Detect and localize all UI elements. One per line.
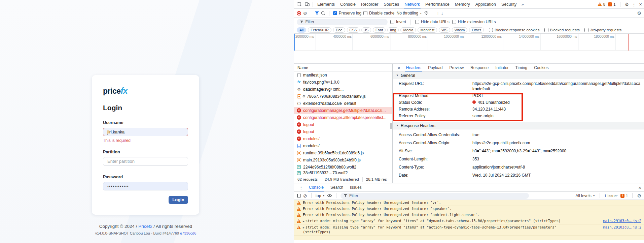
inspect-element-icon[interactable]: [296, 2, 303, 7]
close-drawer-icon[interactable]: ×: [638, 185, 641, 190]
tab-preview[interactable]: Preview: [446, 64, 467, 71]
chip-css[interactable]: CSS: [347, 27, 360, 33]
issues-count-icon[interactable]: [620, 194, 624, 198]
issues-label[interactable]: 1 Issue:: [604, 194, 618, 198]
request-row[interactable]: fx favicon.png?v=1.0.0: [294, 79, 392, 86]
chip-doc[interactable]: Doc: [333, 27, 345, 33]
tab-response[interactable]: Response: [467, 64, 492, 71]
clear-network-log-icon[interactable]: ⊘: [303, 10, 307, 16]
console-warning-row[interactable]: ▶strict mode: missing type "array" for k…: [294, 224, 644, 235]
request-row[interactable]: {;} extended?dataLocale=default: [294, 100, 392, 107]
request-row[interactable]: modules/: [294, 142, 392, 149]
blocked-response-cookies-checkbox[interactable]: Blocked response cookies: [489, 28, 540, 32]
more-tabs-chevron-icon[interactable]: »: [519, 2, 526, 7]
console-warning-row[interactable]: Error with Permissions-Policy header: Un…: [294, 200, 644, 206]
invert-checkbox[interactable]: Invert: [390, 20, 406, 24]
console-warning-row[interactable]: Error with Permissions-Policy header: Un…: [294, 206, 644, 212]
source-location-link[interactable]: main.29103c0….js:2: [603, 225, 641, 230]
search-icon[interactable]: [321, 11, 325, 16]
tab-initiator[interactable]: Initiator: [492, 64, 511, 71]
tab-console[interactable]: Console: [337, 0, 358, 8]
close-devtools-icon[interactable]: ×: [639, 1, 642, 7]
request-row[interactable]: manifest.json: [294, 71, 392, 79]
chip-media[interactable]: Media: [400, 27, 416, 33]
log-levels-dropdown[interactable]: All levels ▼: [575, 193, 595, 198]
chip-all[interactable]: All: [297, 27, 306, 33]
network-conditions-icon[interactable]: [424, 11, 429, 15]
build-hash-link[interactable]: e7336cd6: [180, 231, 196, 235]
console-warning-row[interactable]: ▶strict mode: missing type "array" for k…: [294, 218, 644, 224]
warning-count-icon[interactable]: [598, 2, 602, 6]
tab-sources[interactable]: Sources: [381, 0, 402, 8]
import-har-icon[interactable]: ↑: [437, 11, 439, 16]
chip-fetch-xhr[interactable]: Fetch/XHR: [308, 27, 331, 33]
chip-js[interactable]: JS: [361, 27, 371, 33]
network-filter-input[interactable]: [305, 20, 384, 24]
pricefx-link[interactable]: Pricefx: [138, 224, 152, 229]
request-row[interactable]: main.29103c05a983eb24b9f0.js: [294, 156, 392, 163]
source-location-link[interactable]: main.29103c0….js:2: [603, 219, 641, 223]
tab-payload[interactable]: Payload: [425, 64, 445, 71]
tab-timing[interactable]: Timing: [512, 64, 531, 71]
chip-ws[interactable]: WS: [439, 27, 450, 33]
expand-triangle-icon[interactable]: ▶: [303, 226, 305, 229]
chip-manifest[interactable]: Manifest: [418, 27, 437, 33]
drawer-tab-console[interactable]: Console: [306, 183, 327, 191]
chip-wasm[interactable]: Wasm: [452, 27, 468, 33]
issues-count-icon[interactable]: [608, 2, 612, 6]
clear-console-icon[interactable]: ⊘: [303, 193, 307, 199]
filter-toggle-icon[interactable]: [315, 11, 319, 15]
request-row[interactable]: runtime.39b6fac5fcd1dc0389d6.js: [294, 149, 392, 156]
eye-live-expression-icon[interactable]: [327, 194, 332, 198]
tab-recorder[interactable]: Recorder: [358, 0, 381, 8]
request-row[interactable]: × modules/: [294, 135, 392, 142]
login-button[interactable]: Login: [169, 196, 188, 204]
response-headers-section-header[interactable]: ▼ Response Headers: [393, 122, 644, 129]
console-sidebar-icon[interactable]: [297, 194, 301, 198]
request-row[interactable]: × logout: [294, 121, 392, 128]
request-list-name-header[interactable]: Name: [294, 64, 392, 71]
tab-performance[interactable]: Performance: [423, 0, 452, 8]
preserve-log-checkbox[interactable]: Preserve log: [333, 11, 361, 16]
tab-security[interactable]: Security: [499, 0, 519, 8]
expand-triangle-icon[interactable]: ▶: [303, 220, 305, 223]
tab-headers[interactable]: Headers: [403, 64, 424, 71]
drawer-tab-search[interactable]: Search: [327, 183, 347, 191]
hide-data-urls-checkbox[interactable]: Hide data URLs: [415, 20, 450, 24]
tab-memory[interactable]: Memory: [452, 0, 473, 8]
throttling-dropdown[interactable]: No throttling ▼: [396, 11, 422, 16]
password-field[interactable]: [103, 182, 188, 190]
tab-elements[interactable]: Elements: [315, 0, 337, 8]
export-har-icon[interactable]: ↓: [441, 11, 443, 16]
tab-cookies[interactable]: Cookies: [531, 64, 551, 71]
chip-other[interactable]: Other: [469, 27, 484, 33]
chip-font[interactable]: Font: [373, 27, 386, 33]
chip-img[interactable]: Img: [387, 27, 399, 33]
disable-cache-checkbox[interactable]: Disable cache: [363, 11, 394, 16]
partition-field[interactable]: [103, 157, 188, 165]
request-row[interactable]: × logout: [294, 128, 392, 135]
drawer-tab-issues[interactable]: Issues: [347, 183, 365, 191]
request-row[interactable]: ⚙ data:image/svg+xml;...: [294, 86, 392, 93]
console-filter-input[interactable]: [349, 193, 526, 198]
tab-network[interactable]: Network: [402, 0, 423, 8]
blocked-requests-checkbox[interactable]: Blocked requests: [544, 28, 580, 32]
request-row[interactable]: T 38c5f1193932…70.woff2: [294, 171, 392, 175]
record-network-log-icon[interactable]: [297, 11, 301, 16]
network-overview-timeline[interactable]: 2000000 ms 4000000 ms 6000000 ms 8000000…: [294, 34, 644, 64]
request-row[interactable]: × configurationmanager.alltemplatesprese…: [294, 114, 392, 121]
request-row[interactable]: ⚙ 78667.7906a08d34b6cfa4aaf9.js: [294, 93, 392, 100]
network-settings-gear-icon[interactable]: ⚙: [637, 10, 641, 16]
tab-application[interactable]: Application: [473, 0, 499, 8]
execution-context-dropdown[interactable]: top ▼: [316, 193, 325, 198]
third-party-requests-checkbox[interactable]: 3rd-party requests: [584, 28, 621, 32]
drawer-kebab-menu-icon[interactable]: ⋮: [297, 185, 306, 190]
settings-gear-icon[interactable]: ⚙: [625, 2, 629, 7]
console-settings-gear-icon[interactable]: ⚙: [637, 193, 641, 199]
request-row[interactable]: T 2244d96c512f88f08b88.woff2: [294, 163, 392, 171]
device-toolbar-icon[interactable]: [303, 2, 311, 6]
request-list-scrollbar[interactable]: [390, 123, 392, 129]
console-warning-row[interactable]: Error with Permissions-Policy header: Un…: [294, 212, 644, 218]
general-section-header[interactable]: ▼ General: [393, 72, 644, 79]
request-row-selected[interactable]: × configurationmanager.getMultiple?dataL…: [294, 107, 392, 114]
